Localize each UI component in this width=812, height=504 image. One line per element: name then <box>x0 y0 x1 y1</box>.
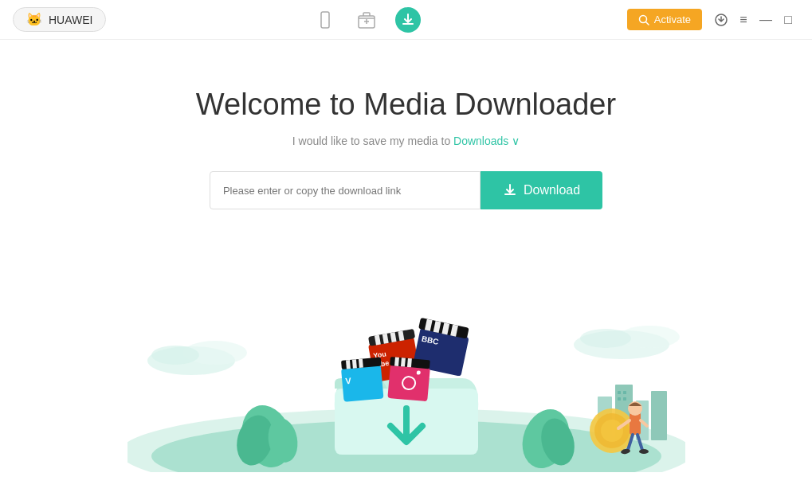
minimize-button[interactable]: — <box>755 9 777 31</box>
main-content: Welcome to Media Downloader I would like… <box>0 40 812 241</box>
illustration: You Tube BBC V <box>0 241 812 472</box>
activate-button[interactable]: Activate <box>627 9 702 30</box>
svg-point-18 <box>151 346 199 365</box>
save-location-link[interactable]: Downloads ∨ <box>453 135 520 147</box>
illustration-svg: You Tube BBC V <box>127 241 685 472</box>
page-title: Welcome to Media Downloader <box>196 88 616 122</box>
svg-rect-46 <box>351 359 356 368</box>
subtitle-text: I would like to save my media to <box>292 135 453 147</box>
svg-rect-0 <box>321 12 329 28</box>
download-active-nav-icon[interactable] <box>395 7 421 33</box>
svg-rect-45 <box>345 360 350 369</box>
circle-download-icon <box>714 13 728 27</box>
nav-icons <box>312 7 421 33</box>
transfer-nav-icon[interactable] <box>354 7 379 33</box>
svg-rect-52 <box>394 357 399 366</box>
download-button[interactable]: Download <box>481 171 602 209</box>
subtitle: I would like to save my media to Downloa… <box>292 135 520 147</box>
search-icon <box>638 14 649 25</box>
download-icon <box>503 183 517 197</box>
download-wc-icon[interactable] <box>710 9 732 31</box>
svg-rect-13 <box>623 391 626 394</box>
url-input[interactable] <box>210 171 481 209</box>
menu-button[interactable]: ≡ <box>732 9 755 31</box>
svg-point-21 <box>580 329 631 348</box>
device-icon: 🐱 <box>26 12 42 27</box>
svg-rect-47 <box>358 359 363 368</box>
svg-rect-48 <box>387 365 430 401</box>
right-controls: Activate ≡ — □ <box>627 9 799 31</box>
chevron-icon: ∨ <box>512 135 520 147</box>
svg-rect-54 <box>406 358 411 367</box>
svg-rect-12 <box>618 391 621 394</box>
titlebar: 🐱 HUAWEI <box>0 0 812 40</box>
phone-nav-icon[interactable] <box>312 7 338 33</box>
svg-line-4 <box>645 21 649 25</box>
svg-rect-15 <box>623 397 626 400</box>
device-badge[interactable]: 🐱 HUAWEI <box>13 7 106 32</box>
svg-rect-11 <box>651 391 667 440</box>
svg-rect-58 <box>630 412 641 435</box>
download-row: Download <box>210 171 602 209</box>
maximize-button[interactable]: □ <box>777 9 799 31</box>
svg-rect-53 <box>400 357 405 366</box>
svg-rect-14 <box>618 397 621 400</box>
device-name: HUAWEI <box>49 14 92 26</box>
svg-point-65 <box>639 449 649 454</box>
svg-point-57 <box>601 420 623 442</box>
